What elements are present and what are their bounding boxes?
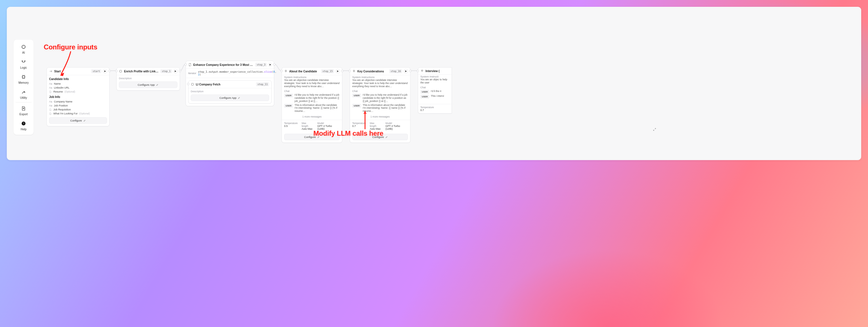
svg-point-1 (22, 61, 23, 62)
configure-app-button[interactable]: Configure App (119, 82, 177, 88)
node-enrich-linkedin[interactable]: Enrich Profile with LinkedIn step_1 Desc… (116, 67, 180, 91)
optional-hint: (Optional) (79, 112, 90, 115)
node-header: Start start (47, 67, 109, 75)
tool-sidebar: AI Logic Memory Utility Export (13, 40, 33, 135)
sidebar-item-logic[interactable]: Logic (13, 57, 33, 71)
node-interview-cutoff[interactable]: Interview ( System Instructi You are an … (418, 67, 452, 114)
chat-messages: USERI'd like you to help me understand i… (350, 93, 410, 115)
node-tag: step_16 (389, 69, 402, 73)
input-port[interactable] (187, 83, 189, 85)
chat-row[interactable]: USERThis is information about the candid… (284, 103, 340, 113)
configure-button[interactable]: Configure (284, 134, 340, 140)
sidebar-item-export[interactable]: Export (13, 103, 33, 118)
input-port[interactable] (348, 70, 351, 72)
chat-label: Chat (282, 89, 342, 92)
expand-icon[interactable] (653, 128, 656, 131)
sparkle-icon (21, 44, 26, 50)
node-title: Start (54, 70, 89, 73)
configure-app-button[interactable]: Configure App (191, 94, 269, 101)
svg-point-2 (24, 61, 25, 62)
role-badge: USER (352, 104, 361, 108)
output-port[interactable] (108, 70, 111, 72)
chat-row[interactable]: USERThis i intervi (421, 94, 449, 98)
node-about-candidate[interactable]: About the Candidate step_15 System Instr… (282, 67, 342, 143)
chip-icon (21, 75, 26, 80)
output-port[interactable] (341, 70, 343, 72)
input-port[interactable] (417, 70, 419, 72)
node-body: Description Configure App (188, 88, 271, 103)
sidebar-item-label: Logic (20, 66, 27, 69)
node-start[interactable]: Start start Candidate Info AaName AaLink… (46, 67, 110, 126)
more-messages[interactable]: 1 more messages (350, 115, 410, 120)
run-button[interactable] (336, 69, 340, 73)
canvas-panel[interactable]: AI Logic Memory Utility Export (7, 7, 861, 160)
run-button[interactable] (404, 69, 408, 73)
node-header: Key Considerations step_16 (350, 67, 410, 75)
iterator-expression[interactable]: Iterator step_1.output.member_experience… (186, 69, 274, 78)
input-field[interactable]: AaCompany Name (49, 100, 107, 103)
sparkle-icon (421, 69, 424, 73)
node-header: LI Company Fetch step_11 (188, 81, 271, 88)
sidebar-item-ai[interactable]: AI (13, 41, 33, 57)
output-port[interactable] (273, 63, 275, 66)
sidebar-item-memory[interactable]: Memory (13, 71, 33, 87)
input-port[interactable] (115, 70, 118, 72)
svg-rect-6 (120, 70, 122, 72)
model-params: Temperature0.7 Max lengthAuto Max ModelG… (350, 121, 410, 132)
sidebar-item-utility[interactable]: Utility (13, 87, 33, 101)
more-messages[interactable]: 1 more messages (282, 115, 342, 120)
chat-messages: USERI'd like you to help me understand i… (282, 93, 342, 115)
node-tag: step_1 (160, 69, 172, 73)
input-port[interactable] (280, 70, 283, 72)
system-instructions-label: System Instructions (350, 75, 410, 79)
configure-button[interactable]: Configure (352, 134, 408, 140)
output-port[interactable] (179, 70, 181, 72)
run-button[interactable] (103, 69, 107, 73)
node-body: Description Configure App (117, 75, 180, 90)
system-instructions-body: You are an objective candidate interview… (282, 79, 342, 89)
node-iterator[interactable]: Enhance Company Experience for 3 Most Re… (186, 61, 274, 106)
output-port[interactable] (409, 70, 411, 72)
input-field[interactable]: What I'm Looking For(Optional) (49, 112, 107, 116)
export-icon (21, 106, 26, 112)
node-li-company-fetch[interactable]: LI Company Fetch step_11 Description Con… (188, 80, 272, 103)
node-key-considerations[interactable]: Key Considerations step_16 System Instru… (350, 67, 410, 143)
sidebar-item-label: AI (22, 51, 25, 54)
sidebar-item-label: Help (21, 128, 27, 131)
chat-messages: USERI'd li the ri USERThis i intervi (418, 90, 452, 100)
node-title: Key Considerations (358, 70, 388, 73)
input-field[interactable]: Resume(Optional) (49, 90, 107, 94)
app-icon (191, 83, 194, 86)
input-field[interactable]: AaName (49, 82, 107, 86)
role-badge: USER (284, 104, 293, 108)
text-type-icon: Aa (49, 104, 52, 107)
chat-row[interactable]: USERI'd li the ri (421, 90, 449, 94)
node-title: LI Company Fetch (196, 83, 254, 86)
input-field[interactable]: AaJob Position (49, 103, 107, 108)
sparkle-icon (284, 69, 287, 73)
input-port[interactable] (185, 63, 187, 66)
system-instructions-label: System Instructions (282, 75, 342, 79)
input-field[interactable]: AaLinkedIn URL (49, 86, 107, 90)
configure-button[interactable]: Configure (49, 117, 107, 124)
chat-row[interactable]: USERI'd like you to help me understand i… (284, 93, 340, 103)
chat-row[interactable]: USERI'd like you to help me understand i… (352, 93, 408, 103)
run-button[interactable] (174, 69, 177, 73)
chat-row[interactable]: USERThis is information about the candid… (352, 103, 408, 113)
sidebar-item-label: Memory (19, 81, 29, 84)
input-field[interactable]: Job Requisition (49, 108, 107, 112)
loop-icon (188, 63, 192, 66)
sidebar-item-help[interactable]: ? Help (13, 118, 33, 133)
node-body: Candidate Info AaName AaLinkedIn URL Res… (47, 75, 109, 126)
node-title: Enrich Profile with LinkedIn (124, 70, 159, 73)
role-badge: USER (284, 94, 293, 97)
file-type-icon (49, 112, 52, 115)
file-type-icon (49, 109, 52, 111)
chat-label: Chat (350, 89, 410, 92)
svg-rect-7 (192, 84, 194, 85)
run-button[interactable] (269, 63, 272, 67)
iterator-label: Iterator (188, 72, 196, 75)
svg-rect-3 (23, 76, 25, 78)
sidebar-divider (16, 102, 32, 102)
svg-text:?: ? (23, 122, 24, 125)
